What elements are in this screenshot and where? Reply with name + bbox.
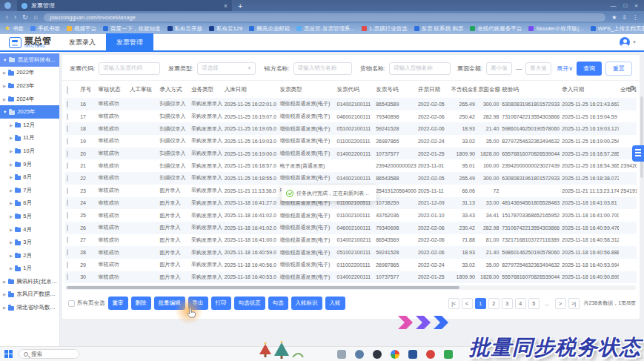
bookmark-item[interactable]: 私有云129 [209, 25, 242, 33]
tree-expand-arrow-icon[interactable]: ▶ [3, 279, 6, 284]
home-icon[interactable]: ⌂ [34, 13, 38, 21]
taskbar-mail-icon[interactable] [337, 350, 346, 359]
bookmark-item[interactable]: Slooder小程序版(... [528, 25, 584, 33]
taskbar-green-app-icon[interactable] [444, 350, 453, 359]
row-checkbox[interactable] [67, 188, 68, 194]
taskbar-chrome-icon[interactable] [391, 350, 399, 359]
sidebar-year-2024年[interactable]: ▶2024年 [0, 93, 59, 106]
row-checkbox[interactable] [67, 262, 68, 268]
table-row[interactable]: 20审核成功扫描仪录入采购发票录入2025-11-25 16:19:00.0增值… [65, 148, 637, 160]
table-row[interactable]: 17审核成功扫描仪录入采购发票录入2025-11-25 16:19:07.0增值… [65, 110, 637, 123]
bookmark-item[interactable]: 票总管-发票管理系... [296, 25, 355, 33]
windows-start-button[interactable] [4, 350, 13, 358]
sidebar-month-9月[interactable]: ▶9月 [0, 158, 59, 171]
page-first-button[interactable]: |< [448, 298, 459, 309]
action-button-删除[interactable]: 删除 [131, 297, 151, 310]
tree-expand-arrow-icon[interactable]: ▶ [10, 228, 13, 232]
user-avatar[interactable] [620, 37, 630, 47]
column-settings-gear-icon[interactable]: ⚙ [629, 85, 635, 92]
row-checkbox[interactable] [67, 175, 68, 182]
tab-invoice-entry[interactable]: 发票录入 [59, 33, 106, 51]
action-button-勾选[interactable]: 勾选 [268, 297, 288, 310]
tree-expand-arrow-icon[interactable]: ▶ [3, 97, 6, 102]
tree-expand-arrow-icon[interactable]: ▼ [3, 110, 7, 114]
sidebar-month-7月[interactable]: ▶7月 [0, 184, 59, 197]
invoice-type-select[interactable]: 请选择▼ [197, 62, 256, 75]
url-field[interactable]: piaozongguan.com/invoiceManage [44, 13, 605, 21]
maximize-button[interactable]: □ [623, 2, 627, 9]
sidebar-month-6月[interactable]: ▶6月 [0, 197, 59, 211]
tree-expand-arrow-icon[interactable]: ▶ [10, 136, 13, 140]
table-row[interactable]: 26审核成功图片录入采购发票录入2025-11-18 16:41:02.0增值税… [65, 222, 637, 234]
row-checkbox[interactable] [67, 225, 68, 231]
page-next-button[interactable]: > [555, 298, 566, 309]
sidebar-month-4月[interactable]: ▶4月 [0, 223, 59, 236]
tab-invoice-manage[interactable]: 发票管理 [106, 33, 153, 51]
row-checkbox[interactable] [67, 274, 68, 280]
sidebar-year-2023年[interactable]: ▶2023年 [0, 79, 59, 93]
action-button-入账[interactable]: 入账 [325, 297, 345, 310]
tree-expand-arrow-icon[interactable]: ▶ [10, 240, 13, 245]
tree-expand-arrow-icon[interactable]: ▶ [3, 70, 6, 75]
amount-max-input[interactable]: 最大值 [525, 62, 551, 75]
sidebar-month-8月[interactable]: ▶8月 [0, 170, 59, 184]
amount-min-input[interactable]: 最小值 [486, 62, 512, 75]
close-button[interactable]: × [634, 2, 638, 9]
select-all-pages[interactable]: 所有页全选 [68, 299, 105, 307]
tree-expand-arrow-icon[interactable]: ▶ [10, 175, 13, 179]
reset-button[interactable]: 重置 [605, 62, 632, 76]
tree-expand-arrow-icon[interactable]: ▶ [3, 292, 6, 297]
taskbar-search[interactable]: 搜索 [19, 349, 79, 359]
table-row[interactable]: 22审核成功扫描仪录入采购发票录入2025-11-25 16:18:55.0增值… [65, 172, 637, 185]
row-checkbox[interactable] [67, 125, 68, 132]
row-checkbox[interactable] [67, 212, 68, 219]
horizontal-scrollbar-thumb[interactable] [67, 286, 459, 289]
bookmark-item[interactable]: WPS_上传文档页面 [591, 25, 644, 33]
action-button-入账标识[interactable]: 入账标识 [291, 297, 322, 310]
tree-expand-arrow-icon[interactable]: ▶ [10, 254, 13, 258]
extensions-icon[interactable]: ⋮ [632, 14, 638, 21]
forward-icon[interactable]: › [14, 13, 16, 21]
page-number-4[interactable]: 4 [515, 298, 526, 309]
minimize-button[interactable]: — [610, 2, 616, 9]
bookmark-item[interactable]: 百度一下，你就知道 [103, 25, 161, 33]
header-checkbox[interactable] [67, 86, 68, 94]
tree-expand-arrow-icon[interactable]: ▶ [10, 214, 13, 219]
sidebar-month-11月[interactable]: ▶11月 [0, 132, 59, 145]
tab-close-icon[interactable]: × [224, 2, 228, 10]
row-checkbox[interactable] [67, 138, 68, 145]
row-checkbox[interactable] [67, 162, 68, 169]
bookmark-item[interactable]: 腾讯企业邮箱 [249, 25, 290, 33]
sidebar-company[interactable]: ▶湖北省珍岛数字智... [0, 301, 59, 314]
tree-expand-arrow-icon[interactable]: ▶ [10, 201, 13, 205]
tree-expand-arrow-icon[interactable]: ▶ [10, 188, 13, 193]
sidebar-year-2022年[interactable]: ▶2022年 [0, 67, 59, 80]
action-button-勾选状态[interactable]: 勾选状态 [234, 297, 265, 310]
table-row[interactable]: 21审核成功扫描仪录入采购发票录入2025-11-25 16:18:57.0电子… [65, 159, 637, 172]
page-prev-button[interactable]: < [462, 298, 473, 309]
action-button-打印[interactable]: 打印 [211, 297, 231, 310]
seller-name-input[interactable]: 请输入销方名称 [293, 62, 352, 75]
vertical-scrollbar-thumb[interactable] [640, 96, 643, 178]
sidebar-month-1月[interactable]: ▶1月 [0, 262, 59, 276]
download-icon[interactable]: ⇩ [622, 14, 627, 21]
tree-expand-arrow-icon[interactable]: ▶ [10, 123, 13, 127]
sidebar-root-company[interactable]: ▼票总管科技有... [0, 53, 59, 67]
taskbar-dark-app-icon[interactable] [373, 350, 382, 359]
sidebar-company[interactable]: ▶东风日产数据服务... [0, 288, 59, 302]
bookmark-item[interactable]: 手机书签 [30, 25, 60, 33]
tree-expand-arrow-icon[interactable]: ▶ [3, 84, 6, 88]
tree-expand-arrow-icon[interactable]: ▶ [3, 305, 6, 310]
invoice-code-input[interactable]: 请输入发票代码 [99, 62, 160, 75]
tree-expand-arrow-icon[interactable]: ▶ [10, 149, 13, 153]
table-row[interactable]: 30审核成功图片录入采购发票录入2025-11-18 16:40:53.0增值税… [65, 271, 637, 283]
select-all-checkbox[interactable] [68, 300, 75, 307]
refresh-icon[interactable]: ↻ [22, 13, 28, 21]
sidebar-month-3月[interactable]: ▶3月 [0, 236, 59, 249]
table-row[interactable]: 28审核成功图片录入采购发票录入2025-11-18 16:40:59.0增值税… [65, 246, 637, 259]
page-ellipsis[interactable]: ... [542, 298, 553, 309]
bookmark-item[interactable]: ★书签 [4, 25, 24, 33]
page-number-3[interactable]: 3 [502, 298, 513, 309]
tree-expand-arrow-icon[interactable]: ▶ [10, 266, 13, 271]
page-number-5[interactable]: 5 [528, 298, 540, 309]
